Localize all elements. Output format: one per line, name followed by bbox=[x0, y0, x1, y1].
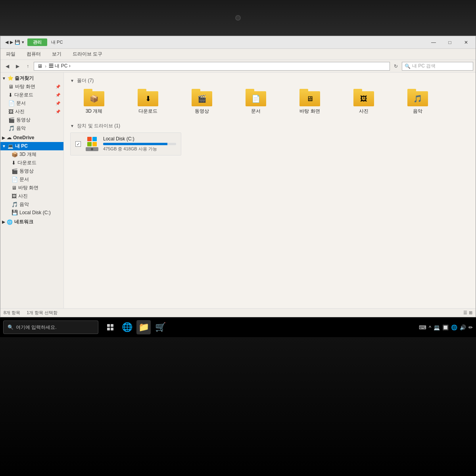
device-name: Local Disk (C:) bbox=[103, 136, 176, 142]
sidebar-item-photos[interactable]: 🖼 사진 📌 bbox=[0, 107, 63, 116]
top-bezel bbox=[0, 0, 476, 36]
sidebar-item-downloads[interactable]: ⬇ 다운로드 📌 bbox=[0, 91, 63, 99]
menu-computer[interactable]: 컴퓨터 bbox=[24, 50, 43, 58]
folder-item-photos[interactable]: 🖼 사진 bbox=[340, 87, 388, 116]
sidebar-item-dl[interactable]: ⬇ 다운로드 bbox=[0, 159, 63, 167]
devices-section-label: ▼ 장치 및 드라이브 (1) bbox=[70, 123, 469, 129]
file-explorer-button[interactable]: 📁 bbox=[136, 320, 151, 334]
view-icon-grid[interactable]: ⊞ bbox=[469, 310, 472, 315]
caret-icon[interactable]: ^ bbox=[429, 324, 431, 330]
sidebar-item-label: 3D 개체 bbox=[19, 151, 36, 158]
sidebar-section-mypc[interactable]: ▼ 💻 내 PC bbox=[0, 142, 63, 150]
tab-manage[interactable]: 관리 bbox=[27, 38, 47, 46]
sidebar-item-vid[interactable]: 🎬 동영상 bbox=[0, 167, 63, 175]
folder-grid: 📦 3D 개체 ⬇ 다운로드 bbox=[70, 87, 469, 116]
taskbar-search[interactable]: 🔍 여기에 입력하세요. bbox=[3, 321, 98, 334]
taskview-button[interactable] bbox=[103, 320, 117, 334]
nav-forward[interactable]: ▶ bbox=[13, 62, 22, 71]
device-checkbox[interactable]: ✓ bbox=[75, 141, 81, 147]
sidebar-item-3d[interactable]: 📦 3D 개체 bbox=[0, 150, 63, 159]
nav-back[interactable]: ◀ bbox=[3, 62, 12, 71]
vid-icon: 🎬 bbox=[12, 168, 18, 174]
sidebar-item-desk[interactable]: 🖥 바탕 화면 bbox=[0, 184, 63, 192]
sidebar-item-mus[interactable]: 🎵 음악 bbox=[0, 200, 63, 209]
sidebar-item-pic[interactable]: 🖼 사진 bbox=[0, 192, 63, 200]
folder-icon-photos: 🖼 bbox=[353, 89, 374, 106]
3d-icon: 📦 bbox=[12, 152, 18, 157]
folder-item-videos[interactable]: 🎬 동영상 bbox=[178, 87, 226, 116]
desk-icon: 🖥 bbox=[12, 185, 17, 191]
save-icon: 💾 bbox=[15, 40, 20, 45]
sidebar-section-network[interactable]: ▶ 🌐 네트워크 bbox=[0, 218, 63, 226]
sidebar-item-localdisk[interactable]: 💾 Local Disk (C:) bbox=[0, 209, 63, 216]
folder-item-documents[interactable]: 📄 문서 bbox=[232, 87, 280, 116]
sidebar-item-label: 문서 bbox=[19, 176, 29, 183]
folder-item-3d[interactable]: 📦 3D 개체 bbox=[70, 87, 118, 116]
folder-icon-music: 🎵 bbox=[407, 89, 428, 106]
sidebar-item-doc[interactable]: 📄 문서 bbox=[0, 175, 63, 184]
pc-icon: 💻 bbox=[8, 144, 13, 149]
folder-icon-documents: 📄 bbox=[246, 89, 266, 106]
search-box[interactable]: 🔍 내 PC 검색 bbox=[402, 62, 473, 71]
menu-file[interactable]: 파일 bbox=[4, 50, 18, 58]
folder-item-desktop[interactable]: 🖥 바탕 화면 bbox=[286, 87, 334, 116]
disk-icon: 💾 bbox=[12, 209, 18, 215]
title-bar-tabs: 관리 내 PC bbox=[27, 38, 426, 46]
search-icon: 🔍 bbox=[405, 63, 411, 69]
sidebar-item-videos[interactable]: 🎬 동영상 bbox=[0, 116, 63, 124]
win-logo-blue bbox=[92, 137, 97, 141]
folder-item-downloads[interactable]: ⬇ 다운로드 bbox=[124, 87, 172, 116]
menu-bar: 파일 컴퓨터 보기 드라이브 도구 bbox=[0, 49, 476, 60]
forward-icon: ▶ bbox=[10, 40, 13, 45]
minimize-button[interactable]: — bbox=[426, 37, 441, 48]
mus-icon: 🎵 bbox=[12, 202, 18, 207]
keyboard-icon: ⌨ bbox=[419, 324, 426, 330]
folder-icon-desktop: 🖥 bbox=[299, 89, 320, 106]
mail-button[interactable]: ✉ bbox=[170, 320, 184, 334]
sidebar-item-label: 사진 bbox=[15, 108, 25, 115]
store-button[interactable]: 🛒 bbox=[153, 320, 167, 334]
edge-button[interactable]: 🌐 bbox=[120, 320, 134, 334]
sidebar-section-onedrive[interactable]: ▶ ☁ OneDrive bbox=[0, 134, 63, 141]
maximize-button[interactable]: □ bbox=[442, 37, 458, 48]
win-logo-red bbox=[87, 137, 92, 141]
camera bbox=[235, 15, 241, 21]
folder-name-desktop: 바탕 화면 bbox=[299, 108, 320, 115]
volume-icon[interactable]: 🔊 bbox=[460, 324, 466, 330]
globe-icon: 🌐 bbox=[451, 324, 457, 330]
sidebar-item-documents[interactable]: 📄 문서 📌 bbox=[0, 99, 63, 107]
windows-logo bbox=[87, 137, 97, 146]
taskbar-right: ⌨ ^ 💻 🔲 🌐 🔊 ✏ bbox=[419, 324, 473, 330]
folder-item-music[interactable]: 🎵 음악 bbox=[394, 87, 441, 116]
device-section: ▼ 장치 및 드라이브 (1) ✓ bbox=[70, 123, 469, 155]
folder-name-videos: 동영상 bbox=[195, 108, 209, 115]
dl-icon: ⬇ bbox=[12, 160, 16, 166]
folders-section-label: ▼ 폴더 (7) bbox=[70, 77, 469, 84]
sidebar-item-label: 바탕 화면 bbox=[15, 83, 35, 90]
sidebar-section-quick-access[interactable]: ▼ ⭐ 즐겨찾기 bbox=[0, 74, 63, 83]
address-path[interactable]: 🖥 › ☰ 내 PC › bbox=[34, 62, 390, 71]
photos-icon: 🖼 bbox=[8, 109, 13, 115]
doc-icon: 📄 bbox=[12, 177, 18, 182]
sidebar: ▼ ⭐ 즐겨찾기 🖥 바탕 화면 📌 ⬇ 다운로드 📌 📄 문서 📌 bbox=[0, 73, 64, 308]
device-icon-wrap bbox=[84, 137, 100, 151]
sidebar-item-music[interactable]: 🎵 음악 bbox=[0, 124, 63, 132]
nav-up[interactable]: ↑ bbox=[23, 62, 32, 71]
menu-drive-tools[interactable]: 드라이브 도구 bbox=[70, 50, 105, 58]
refresh-icon[interactable]: ↻ bbox=[392, 62, 400, 71]
svg-rect-1 bbox=[111, 324, 113, 327]
svg-rect-2 bbox=[107, 328, 110, 330]
window-title-label: 내 PC bbox=[48, 38, 66, 46]
sidebar-item-label: 동영상 bbox=[19, 168, 34, 175]
view-icon-list[interactable]: ☰ bbox=[463, 310, 467, 315]
onedrive-icon: ☁ bbox=[7, 135, 12, 140]
close-button[interactable]: ✕ bbox=[458, 37, 474, 48]
taskbar: 🔍 여기에 입력하세요. 🌐 📁 🛒 ✉ ⌨ ^ 💻 🔲 🌐 🔊 bbox=[0, 317, 476, 337]
device-item-localdisk[interactable]: ✓ bbox=[70, 132, 181, 155]
window-controls: — □ ✕ bbox=[426, 37, 474, 48]
sidebar-item-label: 바탕 화면 bbox=[18, 184, 38, 191]
main-content: ▼ ⭐ 즐겨찾기 🖥 바탕 화면 📌 ⬇ 다운로드 📌 📄 문서 📌 bbox=[0, 73, 476, 308]
menu-view[interactable]: 보기 bbox=[50, 50, 64, 58]
sidebar-item-desktop[interactable]: 🖥 바탕 화면 📌 bbox=[0, 83, 63, 91]
taskbar-icons: 🌐 📁 🛒 ✉ bbox=[103, 320, 184, 334]
